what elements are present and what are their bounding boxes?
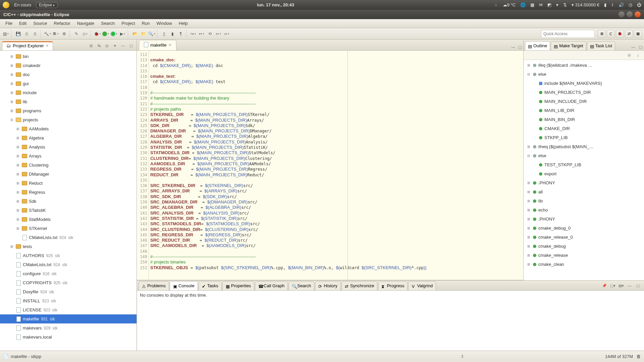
build-target-button[interactable]: ⚙ bbox=[60, 30, 68, 38]
outline-item[interactable]: STKPP_LIB bbox=[524, 133, 644, 142]
expand-icon[interactable]: ⊞ bbox=[526, 63, 531, 67]
tree-node-doxyfile[interactable]: Doxyfile924stk bbox=[0, 287, 137, 296]
tab-tasks[interactable]: ✔Tasks bbox=[199, 281, 222, 290]
tree-node-arrays[interactable]: ⊞Arrays bbox=[0, 152, 137, 161]
outline-item[interactable]: ⊞.PHONY bbox=[524, 215, 644, 224]
expand-icon[interactable]: ⊞ bbox=[9, 55, 14, 58]
tray-bluetooth-icon[interactable]: ᚼ bbox=[611, 2, 614, 7]
tray-app-1-icon[interactable]: 🌐 bbox=[520, 2, 526, 7]
window-close-button[interactable] bbox=[635, 11, 641, 17]
new-class-button[interactable]: ◇ bbox=[81, 30, 89, 38]
system-clock[interactable]: lun. 17 nov., 20:43 bbox=[58, 2, 494, 7]
tree-node-reduct[interactable]: ⊞Reduct bbox=[0, 179, 137, 188]
tray-battery-icon[interactable]: ▮ bbox=[604, 2, 606, 7]
expand-icon[interactable]: ⊞ bbox=[526, 244, 531, 248]
expand-icon[interactable]: ⊞ bbox=[526, 190, 531, 194]
outline-item[interactable]: ⊞cmake_debug_0 bbox=[524, 224, 644, 233]
expand-icon[interactable]: ⊞ bbox=[526, 217, 531, 221]
tab-properties[interactable]: ▦Properties bbox=[222, 281, 254, 290]
trash-icon[interactable]: 🗑 bbox=[636, 354, 641, 359]
expand-icon[interactable]: ⊟ bbox=[9, 118, 14, 122]
tab-search[interactable]: 🔍Search bbox=[288, 281, 314, 290]
menu-project[interactable]: Project bbox=[118, 19, 138, 28]
expand-icon[interactable]: ⊞ bbox=[15, 199, 20, 203]
editor-tab-makefile[interactable]: makefile ✕ bbox=[139, 40, 176, 50]
tray-mail-icon[interactable]: ✉ bbox=[539, 2, 543, 7]
sort-button[interactable]: ↕ bbox=[635, 52, 641, 59]
minimize-view-button[interactable]: — bbox=[630, 44, 637, 50]
expand-icon[interactable]: ⊞ bbox=[15, 154, 20, 158]
prev-annotation-button[interactable]: ↩ bbox=[198, 30, 205, 38]
tab-console[interactable]: ▣Console bbox=[170, 281, 198, 290]
profile-button[interactable] bbox=[110, 30, 118, 38]
outline-item[interactable]: ⊟else bbox=[524, 70, 644, 79]
quick-access-input[interactable] bbox=[541, 30, 595, 38]
view-menu-button[interactable]: ▾ bbox=[112, 42, 118, 49]
collapse-all-button[interactable]: ⊟ bbox=[88, 42, 94, 49]
save-button[interactable]: 💾 bbox=[14, 30, 22, 38]
tree-node-license[interactable]: LICENSE923stk bbox=[0, 305, 137, 314]
open-element-button[interactable]: 📂 bbox=[131, 30, 139, 38]
tree-node-clustering[interactable]: ⊞Clustering bbox=[0, 161, 137, 170]
outline-item[interactable]: TEST_STKPP_LIB bbox=[524, 160, 644, 169]
tree-node-statmodels[interactable]: ⊞StatModels bbox=[0, 215, 137, 224]
expand-icon[interactable]: ⊞ bbox=[15, 227, 20, 230]
tab-valgrind[interactable]: VValgrind bbox=[408, 281, 436, 290]
expand-icon[interactable]: ⊞ bbox=[526, 199, 531, 203]
menu-file[interactable]: File bbox=[2, 19, 16, 28]
outline-item[interactable]: ⊞cmake_release_0 bbox=[524, 233, 644, 242]
minimize-view-button[interactable]: — bbox=[120, 42, 126, 49]
tab-progress[interactable]: ⧗Progress bbox=[378, 281, 408, 290]
outline-item[interactable]: MAIN_PROJECTS_DIR bbox=[524, 88, 644, 97]
tree-node-bin[interactable]: ⊞bin bbox=[0, 52, 137, 61]
expand-icon[interactable]: ⊞ bbox=[15, 181, 20, 185]
tray-clock-icon[interactable]: ◷ bbox=[629, 2, 632, 7]
outline-item[interactable]: MAIN_BIN_DIR bbox=[524, 115, 644, 124]
smile-icon[interactable] bbox=[3, 2, 9, 8]
menu-edit[interactable]: Edit bbox=[16, 19, 30, 28]
print-button[interactable]: ⎙ bbox=[31, 30, 39, 38]
outline-item[interactable]: ⊞ifneq ($(patsubst $(MAIN_… bbox=[524, 142, 644, 151]
pin-console-button[interactable]: 📌 bbox=[601, 282, 608, 289]
expand-icon[interactable]: ⊞ bbox=[526, 262, 531, 266]
expand-icon[interactable]: ⊞ bbox=[9, 73, 14, 76]
project-tree[interactable]: ⊞bin⊞cmakedir⊞doc⊞gui⊞include⊞lib⊞progra… bbox=[0, 51, 137, 351]
tree-node-analysis[interactable]: ⊞Analysis bbox=[0, 142, 137, 152]
outline-item[interactable]: MAIN_LIB_DIR bbox=[524, 106, 644, 115]
maximize-view-button[interactable]: ▢ bbox=[128, 42, 135, 49]
expand-icon[interactable]: ⊞ bbox=[15, 136, 20, 140]
tab-make-target[interactable]: ▤Make Target bbox=[551, 41, 586, 50]
tree-node-install[interactable]: INSTALL923stk bbox=[0, 296, 137, 305]
editor-maximize-button[interactable]: ▢ bbox=[517, 44, 523, 50]
tree-node-copyrights[interactable]: COPYRIGHTS925stk bbox=[0, 278, 137, 287]
tree-node-cmakelists-txt[interactable]: CMakeLists.txt924stk bbox=[0, 233, 137, 242]
heap-status[interactable]: 144M of 327M bbox=[605, 354, 633, 359]
tree-node-makevars-local[interactable]: makevars.local bbox=[0, 333, 137, 342]
expand-icon[interactable]: ⊞ bbox=[15, 190, 20, 194]
outline-list[interactable]: ⊞ifeq ($(wildcard ./makeva …⊟elseinclude… bbox=[524, 60, 644, 280]
run-button[interactable] bbox=[102, 30, 109, 38]
expand-icon[interactable]: ⊞ bbox=[526, 235, 531, 239]
back-button[interactable]: ⇦ bbox=[215, 30, 222, 38]
display-console-button[interactable]: ▢▾ bbox=[609, 282, 616, 289]
tree-node-dmanager[interactable]: ⊞DManager bbox=[0, 170, 137, 179]
debug-button[interactable]: 🐞 bbox=[94, 30, 101, 38]
outline-item[interactable]: ⊞lib bbox=[524, 196, 644, 205]
maximize-view-button[interactable]: ▢ bbox=[637, 44, 644, 50]
tab-synchronize[interactable]: ⇄Synchronize bbox=[341, 281, 378, 290]
forward-button[interactable]: ⇨ bbox=[223, 30, 230, 38]
search-button[interactable]: 🔍 bbox=[148, 30, 155, 38]
expand-icon[interactable]: ⊟ bbox=[526, 72, 531, 76]
expand-icon[interactable]: ⊞ bbox=[15, 208, 20, 212]
close-icon[interactable]: ✕ bbox=[168, 43, 171, 47]
open-type-button[interactable]: ✎ bbox=[73, 30, 80, 38]
save-all-button[interactable]: ⎙ bbox=[23, 30, 30, 38]
outline-item[interactable]: export bbox=[524, 169, 644, 178]
open-console-button[interactable]: ▤▾ bbox=[618, 282, 625, 289]
open-task-button[interactable]: 📁 bbox=[140, 30, 147, 38]
tree-node-stkernel[interactable]: ⊞STKernel bbox=[0, 224, 137, 233]
expand-icon[interactable]: ⊞ bbox=[9, 100, 14, 104]
tree-node-gui[interactable]: ⊞gui bbox=[0, 79, 137, 88]
expand-icon[interactable]: ⊞ bbox=[15, 127, 20, 131]
tree-node-algebra[interactable]: ⊞Algebra bbox=[0, 133, 137, 142]
